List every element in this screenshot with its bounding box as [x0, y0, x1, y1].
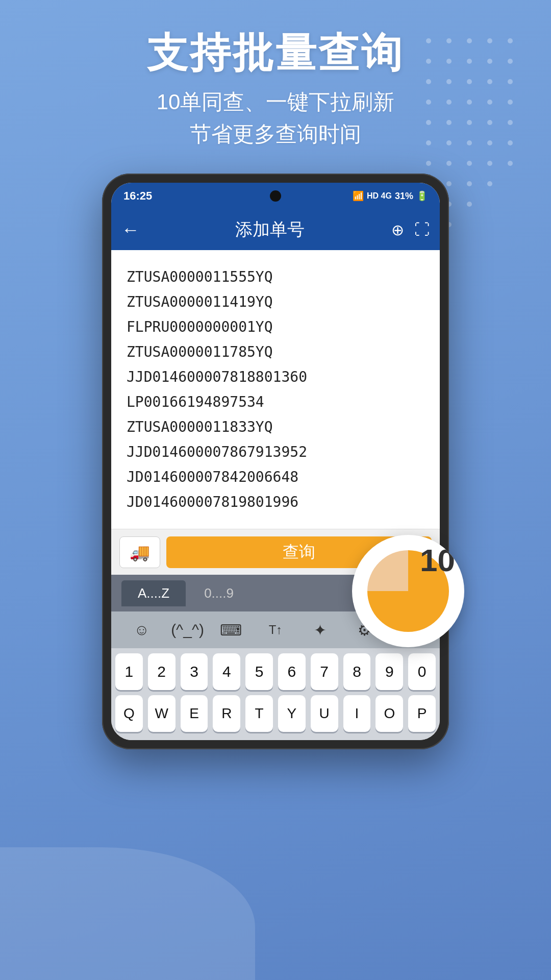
number-row: 1 2 3 4 5 6 7 8 9 0 [115, 653, 436, 690]
emoji-icon[interactable]: ☺ [127, 621, 157, 639]
battery-icon: 🔋 [416, 190, 428, 202]
badge-number: 10 [420, 542, 455, 578]
key-0[interactable]: 0 [408, 653, 436, 690]
status-bar: 16:25 📶 HD 4G 31% 🔋 [111, 183, 440, 209]
key-8[interactable]: 8 [343, 653, 371, 690]
location-scan-icon[interactable]: ⊕ [391, 221, 404, 239]
svg-point-41 [467, 202, 472, 207]
key-9[interactable]: 9 [375, 653, 403, 690]
camera [270, 190, 281, 202]
svg-point-33 [487, 161, 492, 166]
camera-dot [270, 190, 281, 202]
emoticon-icon[interactable]: (^_^) [171, 621, 202, 639]
tracking-number-2: ZTUSA0000011419YQ [127, 289, 424, 314]
svg-point-32 [467, 161, 472, 166]
truck-button[interactable]: 🚚 [119, 536, 160, 568]
back-button[interactable]: ← [121, 219, 140, 240]
key-2[interactable]: 2 [148, 653, 176, 690]
key-e[interactable]: E [181, 695, 208, 732]
phone-frame: 16:25 📶 HD 4G 31% 🔋 ← 添加单号 ⊕ ⛶ [102, 174, 449, 749]
keyboard-icon[interactable]: ⌨ [216, 621, 246, 639]
keyboard-tab-letters[interactable]: A....Z [121, 580, 186, 606]
app-bar-title: 添加单号 [148, 218, 391, 241]
phone-screen: 16:25 📶 HD 4G 31% 🔋 ← 添加单号 ⊕ ⛶ [111, 183, 440, 740]
key-y[interactable]: Y [278, 695, 306, 732]
tracking-number-9: JD014600007842006648 [127, 464, 424, 489]
app-bar: ← 添加单号 ⊕ ⛶ [111, 209, 440, 250]
key-u[interactable]: U [311, 695, 338, 732]
svg-point-37 [467, 181, 472, 186]
key-q[interactable]: Q [115, 695, 143, 732]
move-icon[interactable]: ✦ [305, 621, 335, 639]
header-section: 支持批量查询 10单同查、一键下拉刷新 节省更多查询时间 [0, 31, 551, 150]
svg-point-38 [487, 181, 492, 186]
status-time: 16:25 [123, 189, 353, 203]
tracking-number-6: LP00166194897534 [127, 389, 424, 414]
svg-point-34 [508, 161, 513, 166]
key-r[interactable]: R [213, 695, 240, 732]
tracking-numbers-area[interactable]: ZTUSA0000011555YQ ZTUSA0000011419YQ FLPR… [111, 250, 440, 529]
key-1[interactable]: 1 [115, 653, 143, 690]
key-6[interactable]: 6 [278, 653, 306, 690]
tracking-number-1: ZTUSA0000011555YQ [127, 264, 424, 289]
battery-text: 31% [395, 191, 413, 202]
key-i[interactable]: I [343, 695, 371, 732]
svg-point-31 [446, 161, 452, 166]
key-w[interactable]: W [148, 695, 176, 732]
text-style-icon[interactable]: T↑ [260, 623, 291, 637]
svg-point-30 [426, 161, 431, 166]
key-t[interactable]: T [245, 695, 273, 732]
tracking-number-5: JJD014600007818801360 [127, 364, 424, 389]
tracking-number-4: ZTUSA0000011785YQ [127, 339, 424, 364]
truck-icon: 🚚 [130, 543, 150, 562]
app-bar-actions: ⊕ ⛶ [391, 221, 430, 239]
query-button-label: 查询 [283, 541, 315, 564]
keyboard: 1 2 3 4 5 6 7 8 9 0 Q W E R T [111, 648, 440, 740]
tracking-number-7: ZTUSA0000011833YQ [127, 414, 424, 439]
count-badge: 10 [352, 535, 464, 647]
scan-icon[interactable]: ⛶ [414, 221, 430, 239]
qwerty-row: Q W E R T Y U I O P [115, 695, 436, 732]
key-7[interactable]: 7 [311, 653, 338, 690]
status-icons: 📶 HD 4G 31% 🔋 [353, 190, 428, 202]
tracking-number-8: JJD014600007867913952 [127, 439, 424, 464]
tracking-number-3: FLPRU0000000001YQ [127, 314, 424, 339]
tracking-number-10: JD014600007819801996 [127, 489, 424, 514]
page-subtitle: 10单同查、一键下拉刷新 节省更多查询时间 [0, 86, 551, 150]
key-4[interactable]: 4 [213, 653, 240, 690]
keyboard-tab-numbers[interactable]: 0....9 [188, 580, 250, 606]
data-icon: HD 4G [367, 191, 392, 201]
key-p[interactable]: P [408, 695, 436, 732]
wifi-icon: 📶 [353, 190, 364, 202]
key-o[interactable]: O [375, 695, 403, 732]
phone-mockup: 16:25 📶 HD 4G 31% 🔋 ← 添加单号 ⊕ ⛶ [102, 174, 449, 749]
page-title: 支持批量查询 [0, 31, 551, 76]
key-3[interactable]: 3 [181, 653, 208, 690]
key-5[interactable]: 5 [245, 653, 273, 690]
